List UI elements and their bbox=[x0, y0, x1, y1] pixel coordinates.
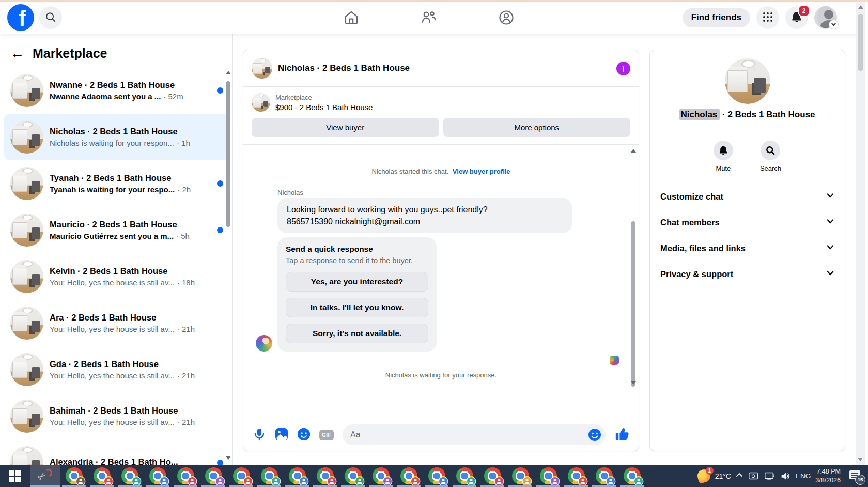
view-buyer-profile-link[interactable]: View buyer profile bbox=[453, 168, 510, 175]
weather-alert-badge: 1 bbox=[706, 467, 714, 475]
chrome-taskbar-button[interactable] bbox=[534, 465, 562, 487]
more-options-button[interactable]: More options bbox=[443, 118, 631, 137]
chrome-taskbar-button[interactable] bbox=[144, 465, 172, 487]
quick-response-option-button[interactable]: In talks. I'll let you know. bbox=[286, 298, 428, 317]
conversation-item[interactable]: Ara · 2 Beds 1 Bath House You: Hello, ye… bbox=[4, 300, 228, 346]
scroll-down-arrow-icon[interactable] bbox=[631, 381, 636, 385]
sidebar-scrollbar[interactable] bbox=[225, 71, 231, 460]
chrome-taskbar-button[interactable] bbox=[451, 465, 478, 487]
scroll-up-arrow-icon[interactable] bbox=[226, 71, 231, 74]
find-friends-button[interactable]: Find friends bbox=[683, 8, 750, 27]
conversation-title: Kelvin · 2 Beds 1 Bath House bbox=[50, 266, 223, 276]
chrome-taskbar-button[interactable] bbox=[367, 465, 395, 487]
accordion-section-row[interactable]: Customize chat bbox=[654, 184, 841, 209]
chrome-taskbar-button[interactable] bbox=[395, 465, 423, 487]
chrome-profile-badge bbox=[439, 477, 447, 485]
mute-button[interactable]: Mute bbox=[714, 141, 733, 172]
weather-temperature[interactable]: 21°C bbox=[715, 472, 731, 480]
back-arrow-icon[interactable]: ← bbox=[10, 47, 24, 60]
page-scrollbar-thumb[interactable] bbox=[858, 14, 863, 71]
start-button[interactable] bbox=[0, 465, 30, 487]
chrome-taskbar-button[interactable] bbox=[283, 465, 311, 487]
seen-indicator-avatar bbox=[610, 356, 619, 365]
attach-image-button[interactable] bbox=[275, 428, 288, 443]
chrome-profile-badge bbox=[634, 477, 643, 485]
account-menu-button[interactable] bbox=[814, 6, 837, 29]
action-center-button[interactable]: 15 bbox=[848, 469, 862, 483]
chrome-taskbar-button[interactable] bbox=[199, 465, 227, 487]
sender-name-label: Nicholas bbox=[277, 189, 626, 196]
chrome-taskbar-button[interactable] bbox=[562, 465, 590, 487]
apps-menu-button[interactable] bbox=[756, 6, 779, 29]
message-input[interactable] bbox=[343, 430, 606, 439]
voice-clip-button[interactable] bbox=[253, 428, 266, 443]
chat-scrollbar[interactable] bbox=[630, 149, 637, 385]
screen-cast-tray-icon[interactable] bbox=[748, 470, 759, 482]
conversation-list: Nwanne · 2 Beds 1 Bath House Nwanne Adao… bbox=[0, 66, 233, 465]
like-button[interactable] bbox=[614, 427, 629, 443]
notifications-button[interactable]: 2 bbox=[785, 6, 808, 29]
chrome-profile-badge bbox=[523, 477, 531, 485]
chrome-taskbar-button[interactable] bbox=[423, 465, 451, 487]
sidebar-scrollbar-thumb[interactable] bbox=[226, 81, 230, 227]
scroll-down-arrow-icon[interactable] bbox=[226, 456, 231, 460]
accordion-section-label: Customize chat bbox=[660, 192, 723, 202]
scroll-up-arrow-icon[interactable] bbox=[631, 149, 636, 153]
accordion-section-row[interactable]: Chat members bbox=[654, 209, 841, 235]
conversation-item[interactable]: Alexandria · 2 Beds 1 Bath Ho... bbox=[4, 439, 228, 465]
taskbar-clock[interactable]: 7:48 PM 3/8/2026 bbox=[815, 467, 841, 484]
message-history: Nicholas started this chat. View buyer p… bbox=[243, 145, 639, 419]
chrome-taskbar-button[interactable] bbox=[88, 465, 116, 487]
conversation-item[interactable]: Bahimah · 2 Beds 1 Bath House You: Hello… bbox=[4, 393, 228, 439]
scroll-up-arrow-icon[interactable] bbox=[858, 5, 863, 9]
chrome-taskbar-button[interactable] bbox=[172, 465, 199, 487]
conversation-item[interactable]: Mauricio · 2 Beds 1 Bath House Mauricio … bbox=[4, 207, 228, 253]
groups-icon[interactable] bbox=[498, 9, 515, 26]
sticker-button[interactable] bbox=[297, 428, 311, 443]
hidden-icons-button[interactable] bbox=[736, 471, 743, 480]
weather-tray-button[interactable]: 1 bbox=[698, 469, 710, 482]
home-icon[interactable] bbox=[343, 9, 360, 26]
chrome-windows-group bbox=[60, 465, 646, 487]
facebook-logo-icon[interactable] bbox=[7, 4, 34, 31]
chrome-taskbar-button[interactable] bbox=[506, 465, 534, 487]
friends-icon[interactable] bbox=[421, 9, 437, 26]
language-indicator[interactable]: ENG bbox=[796, 472, 811, 480]
search-button[interactable] bbox=[39, 6, 62, 29]
search-in-conversation-button[interactable]: Search bbox=[760, 141, 781, 172]
quick-response-option-button[interactable]: Sorry, it's not available. bbox=[286, 324, 428, 343]
chrome-taskbar-button[interactable] bbox=[60, 465, 88, 487]
conversation-info-icon[interactable]: i bbox=[616, 62, 630, 75]
page-scrollbar[interactable] bbox=[856, 2, 865, 465]
apps-grid-icon bbox=[762, 11, 773, 24]
chrome-taskbar-button[interactable] bbox=[227, 465, 255, 487]
network-tray-icon[interactable] bbox=[764, 470, 775, 482]
chat-scrollbar-thumb[interactable] bbox=[631, 221, 636, 387]
volume-tray-icon[interactable] bbox=[780, 470, 791, 482]
scroll-down-arrow-icon[interactable] bbox=[858, 458, 863, 461]
nav-left bbox=[0, 4, 62, 31]
chrome-taskbar-button[interactable] bbox=[590, 465, 618, 487]
snipping-tool-taskbar-button[interactable]: ✂ bbox=[30, 465, 60, 487]
conversation-title: Gda · 2 Beds 1 Bath House bbox=[50, 359, 223, 369]
conversation-item[interactable]: Kelvin · 2 Beds 1 Bath House You: Hello,… bbox=[4, 253, 228, 300]
emoji-button[interactable] bbox=[588, 428, 601, 443]
quick-response-option-button[interactable]: Yes, are you interested? bbox=[286, 272, 428, 292]
conversation-title: Tyanah · 2 Beds 1 Bath House bbox=[50, 173, 213, 183]
conversation-item[interactable]: Nwanne · 2 Beds 1 Bath House Nwanne Adao… bbox=[4, 67, 228, 114]
conversation-avatar bbox=[10, 353, 43, 386]
chrome-taskbar-button[interactable] bbox=[478, 465, 506, 487]
accordion-section-row[interactable]: Privacy & support bbox=[654, 261, 841, 287]
conversation-item[interactable]: Tyanah · 2 Beds 1 Bath House Tyanah is w… bbox=[4, 160, 228, 207]
chrome-taskbar-button[interactable] bbox=[255, 465, 283, 487]
chrome-taskbar-button[interactable] bbox=[116, 465, 144, 487]
accordion-section-row[interactable]: Media, files and links bbox=[654, 235, 841, 261]
conversation-item[interactable]: Gda · 2 Beds 1 Bath House You: Hello, ye… bbox=[4, 346, 228, 393]
gif-button[interactable]: GIF bbox=[319, 430, 334, 440]
view-buyer-button[interactable]: View buyer bbox=[252, 118, 439, 137]
chrome-taskbar-button[interactable] bbox=[339, 465, 367, 487]
chrome-taskbar-button[interactable] bbox=[311, 465, 339, 487]
listing-price-title: $900 - 2 Beds 1 Bath House bbox=[275, 103, 373, 112]
conversation-item[interactable]: Nicholas · 2 Beds 1 Bath House Nicholas … bbox=[4, 114, 228, 160]
chrome-taskbar-button[interactable] bbox=[618, 465, 646, 487]
